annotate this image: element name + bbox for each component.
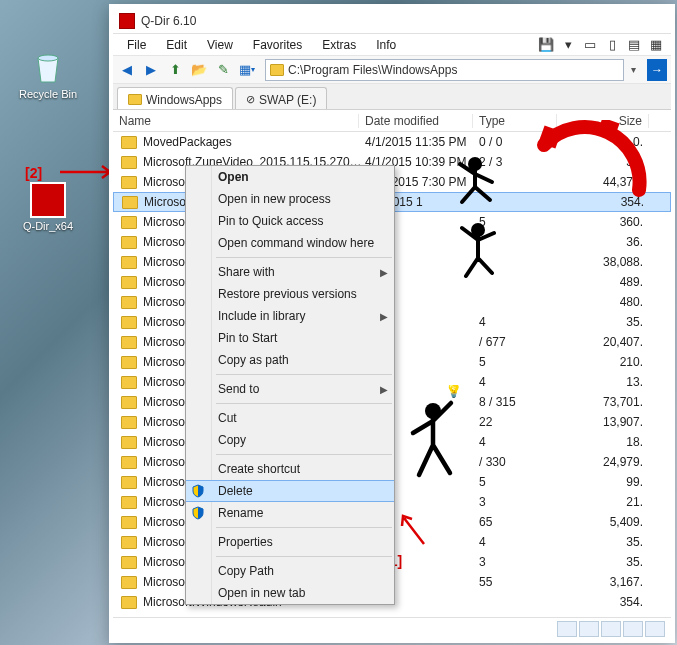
file-date: 4/1/2015 11:35 PM [365,135,479,149]
address-dropdown-icon[interactable]: ▾ [628,64,639,75]
desktop-recycle-bin[interactable]: Recycle Bin [18,46,78,100]
file-size: 354. [564,195,656,209]
address-path: C:\Program Files\WindowsApps [288,63,457,77]
file-size: 13. [563,375,655,389]
toolbar-icon[interactable]: ▾ [559,36,577,54]
folder-icon [121,156,137,169]
folder-icon [121,356,137,369]
folder-icon [121,416,137,429]
col-date[interactable]: Date modified [359,114,473,128]
tab-windowsapps[interactable]: WindowsApps [117,87,233,109]
file-type: 0 / 0 [479,135,563,149]
file-type: 4 [479,535,563,549]
file-size: 30. [563,155,655,169]
file-size: 13,907. [563,415,655,429]
file-size: 489. [563,275,655,289]
statusbar-btn[interactable] [557,621,577,637]
menu-view[interactable]: View [197,36,243,54]
file-type: 5 [479,355,563,369]
ctx-pin-start[interactable]: Pin to Start [186,327,394,349]
file-size: 3,167. [563,575,655,589]
recycle-bin-icon [28,46,68,86]
ctx-create-shortcut[interactable]: Create shortcut [186,458,394,480]
address-bar[interactable]: C:\Program Files\WindowsApps [265,59,624,81]
grid-icon[interactable]: ▦▾ [237,60,257,80]
ctx-open-new-process[interactable]: Open in new process [186,188,394,210]
statusbar-btn[interactable] [579,621,599,637]
tab-swap[interactable]: ⊘SWAP (E:) [235,87,327,109]
menu-edit[interactable]: Edit [156,36,197,54]
file-type: 55 [479,575,563,589]
file-row[interactable]: MovedPackages4/1/2015 11:35 PM0 / 00. [113,132,671,152]
ctx-include-lib[interactable]: Include in library▶ [186,305,394,327]
desktop-icon-label: Recycle Bin [18,88,78,100]
file-size: 38,088. [563,255,655,269]
ctx-copy-as-path[interactable]: Copy as path [186,349,394,371]
forward-icon[interactable]: ▶ [141,60,161,80]
file-size: 20,407. [563,335,655,349]
desktop-icon-label: Q-Dir_x64 [18,220,78,232]
layout-1-icon[interactable]: ▭ [581,36,599,54]
col-type[interactable]: Type [473,114,557,128]
col-name[interactable]: Name [113,114,359,128]
tab-label: WindowsApps [146,93,222,107]
ctx-restore-prev[interactable]: Restore previous versions [186,283,394,305]
ctx-send-to[interactable]: Send to▶ [186,378,394,400]
statusbar-btn[interactable] [645,621,665,637]
folder-icon [270,64,284,76]
menu-extras[interactable]: Extras [312,36,366,54]
statusbar-btn[interactable] [601,621,621,637]
file-size: 35. [563,535,655,549]
go-button[interactable]: → [647,59,667,81]
folder-icon [121,316,137,329]
folder-icon [121,456,137,469]
desktop-qdir[interactable]: Q-Dir_x64 [18,182,78,232]
nav-icon[interactable]: ✎ [213,60,233,80]
window-title: Q-Dir 6.10 [141,14,196,28]
statusbar-btn[interactable] [623,621,643,637]
back-icon[interactable]: ◀ [117,60,137,80]
col-size[interactable]: Size [557,114,649,128]
file-size: 24,979. [563,455,655,469]
ctx-delete[interactable]: Delete [186,480,394,502]
folder-icon [121,276,137,289]
file-type: 65 [479,515,563,529]
ctx-open[interactable]: Open [186,166,394,188]
file-type: 5 [479,215,563,229]
ctx-open-new-tab[interactable]: Open in new tab [186,582,394,604]
menu-file[interactable]: File [117,36,156,54]
ctx-properties[interactable]: Properties [186,531,394,553]
file-size: 354. [563,595,655,609]
folder-icon [122,196,138,209]
ctx-share-with[interactable]: Share with▶ [186,261,394,283]
folder-icon [121,556,137,569]
layout-4-icon[interactable]: ▦ [647,36,665,54]
ctx-copy[interactable]: Copy [186,429,394,451]
file-size: 36. [563,235,655,249]
file-type: 2 / 3 [479,155,563,169]
folder-icon [121,256,137,269]
folder-icon [121,376,137,389]
layout-2-icon[interactable]: ▯ [603,36,621,54]
folder-icon [121,216,137,229]
ctx-copy-path[interactable]: Copy Path [186,560,394,582]
menu-favorites[interactable]: Favorites [243,36,312,54]
file-size: 44,372. [563,175,655,189]
menu-info[interactable]: Info [366,36,406,54]
nav-icon[interactable]: 📂 [189,60,209,80]
statusbar [113,617,671,639]
folder-icon [121,496,137,509]
folder-icon [121,516,137,529]
ctx-rename[interactable]: Rename [186,502,394,524]
ctx-open-cmd[interactable]: Open command window here [186,232,394,254]
file-size: 35. [563,555,655,569]
save-icon[interactable]: 💾 [537,36,555,54]
ctx-pin-quick[interactable]: Pin to Quick access [186,210,394,232]
callout-2: [2] [25,165,42,181]
layout-3-icon[interactable]: ▤ [625,36,643,54]
up-icon[interactable]: ⬆ [165,60,185,80]
file-size: 5,409. [563,515,655,529]
titlebar[interactable]: Q-Dir 6.10 [113,8,671,34]
ctx-cut[interactable]: Cut [186,407,394,429]
folder-icon [121,336,137,349]
